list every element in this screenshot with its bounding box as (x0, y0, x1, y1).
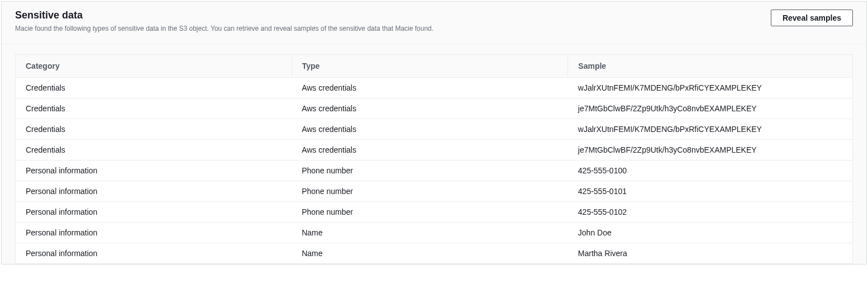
cell-category: Personal information (16, 160, 292, 181)
cell-type: Name (292, 223, 568, 243)
table-header-row: Category Type Sample (16, 55, 853, 78)
cell-type: Name (292, 243, 568, 264)
table-row: Personal informationPhone number425-555-… (16, 202, 853, 223)
cell-category: Credentials (16, 78, 292, 98)
table-row: Personal informationNameMartha Rivera (16, 243, 853, 264)
column-header-category: Category (16, 55, 292, 78)
table-container: Category Type Sample CredentialsAws cred… (2, 44, 866, 264)
cell-category: Credentials (16, 98, 292, 119)
cell-sample: 425-555-0101 (568, 181, 853, 202)
cell-type: Aws credentials (292, 78, 568, 98)
cell-type: Phone number (292, 181, 568, 202)
table-row: CredentialsAws credentialsje7MtGbClwBF/2… (16, 140, 853, 160)
cell-type: Aws credentials (292, 119, 568, 140)
panel-title: Sensitive data (15, 10, 771, 21)
sensitive-data-panel: Sensitive data Macie found the following… (1, 1, 867, 265)
cell-sample: Martha Rivera (568, 243, 853, 264)
table-row: Personal informationPhone number425-555-… (16, 160, 853, 181)
cell-type: Phone number (292, 202, 568, 223)
cell-category: Personal information (16, 223, 292, 243)
table-row: CredentialsAws credentialswJalrXUtnFEMI/… (16, 119, 853, 140)
reveal-samples-button[interactable]: Reveal samples (771, 10, 853, 26)
cell-sample: wJalrXUtnFEMI/K7MDENG/bPxRfiCYEXAMPLEKEY (568, 78, 853, 98)
cell-sample: 425-555-0102 (568, 202, 853, 223)
cell-type: Aws credentials (292, 140, 568, 160)
sensitive-data-table: Category Type Sample CredentialsAws cred… (15, 54, 853, 264)
column-header-type: Type (292, 55, 568, 78)
panel-header: Sensitive data Macie found the following… (2, 2, 866, 44)
cell-category: Personal information (16, 181, 292, 202)
cell-type: Phone number (292, 160, 568, 181)
column-header-sample: Sample (568, 55, 853, 78)
cell-category: Credentials (16, 119, 292, 140)
table-row: Personal informationNameJohn Doe (16, 223, 853, 243)
panel-header-text: Sensitive data Macie found the following… (15, 10, 771, 34)
cell-sample: John Doe (568, 223, 853, 243)
cell-category: Personal information (16, 243, 292, 264)
cell-sample: je7MtGbClwBF/2Zp9Utk/h3yCo8nvbEXAMPLEKEY (568, 98, 853, 119)
cell-sample: 425-555-0100 (568, 160, 853, 181)
table-row: CredentialsAws credentialswJalrXUtnFEMI/… (16, 78, 853, 98)
table-row: Personal informationPhone number425-555-… (16, 181, 853, 202)
table-row: CredentialsAws credentialsje7MtGbClwBF/2… (16, 98, 853, 119)
cell-category: Personal information (16, 202, 292, 223)
cell-sample: wJalrXUtnFEMI/K7MDENG/bPxRfiCYEXAMPLEKEY (568, 119, 853, 140)
panel-description: Macie found the following types of sensi… (15, 23, 771, 34)
cell-sample: je7MtGbClwBF/2Zp9Utk/h3yCo8nvbEXAMPLEKEY (568, 140, 853, 160)
cell-type: Aws credentials (292, 98, 568, 119)
cell-category: Credentials (16, 140, 292, 160)
